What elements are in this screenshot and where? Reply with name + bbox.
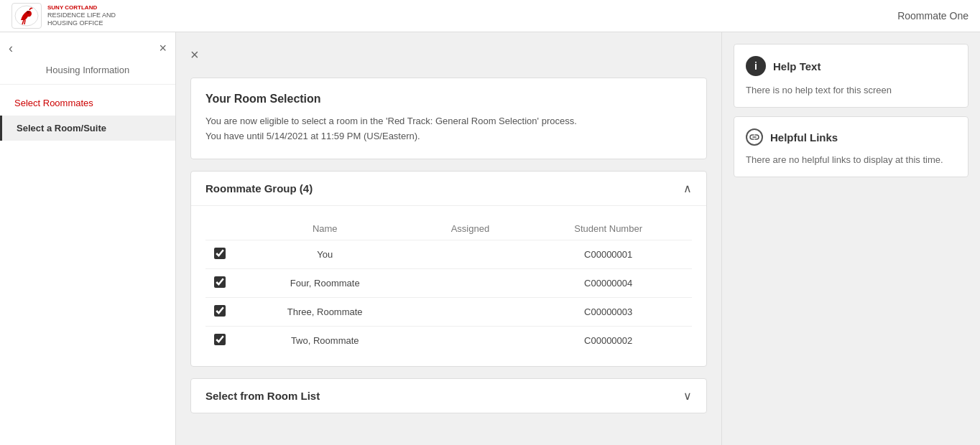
- right-panel: i Help Text There is no help text for th…: [721, 32, 980, 445]
- page-title: Roommate One: [897, 10, 969, 22]
- roommate-assigned: [415, 297, 524, 326]
- table-row: Two, RoommateC00000002: [205, 326, 692, 355]
- col-student-number: Student Number: [524, 217, 692, 240]
- logo-text: SUNY CORTLAND RESIDENCE LIFE AND HOUSING…: [47, 4, 116, 27]
- checkbox-cell: [205, 268, 234, 297]
- checkbox-cell: [205, 326, 234, 355]
- layout: ‹ × Housing Information Select Roommates…: [0, 32, 980, 445]
- roommate-student-number: C00000003: [524, 297, 692, 326]
- select-room-list-title: Select from Room List: [205, 390, 320, 402]
- sidebar-nav: Select Roommates Select a Room/Suite: [0, 85, 175, 146]
- roommate-group-header[interactable]: Roommate Group (4) ∧: [191, 172, 706, 206]
- roommate-group-collapse-icon: ∧: [683, 182, 692, 195]
- room-selection-card: Your Room Selection You are now eligible…: [190, 78, 707, 159]
- roommate-student-number: C00000004: [524, 268, 692, 297]
- logo-area: SUNY CORTLAND RESIDENCE LIFE AND HOUSING…: [11, 3, 116, 29]
- roommate-assigned: [415, 326, 524, 355]
- helpful-links-icon: [746, 128, 763, 146]
- sidebar-close-btn[interactable]: ×: [159, 41, 167, 56]
- col-name: Name: [234, 217, 415, 240]
- col-checkbox: [205, 217, 234, 240]
- helpful-links-body: There are no helpful links to display at…: [746, 154, 956, 165]
- room-selection-line2: You have until 5/14/2021 at 11:59 PM (US…: [205, 129, 692, 144]
- logo-image: [11, 3, 42, 29]
- svg-point-1: [27, 11, 29, 14]
- select-room-list-card: Select from Room List ∨: [190, 378, 707, 413]
- roommate-checkbox-0[interactable]: [214, 248, 226, 259]
- roommate-name: Three, Roommate: [234, 297, 415, 326]
- sidebar-controls: ‹ ×: [0, 38, 175, 62]
- roommate-student-number: C00000002: [524, 326, 692, 355]
- help-text-icon: i: [746, 56, 766, 76]
- helpful-links-header: Helpful Links: [746, 128, 956, 146]
- close-btn-area: ×: [190, 47, 707, 66]
- roommate-checkbox-2[interactable]: [214, 305, 226, 317]
- roommate-name: Two, Roommate: [234, 326, 415, 355]
- sidebar-collapse-btn[interactable]: ‹: [9, 41, 13, 56]
- sidebar-housing-info: Housing Information: [0, 62, 175, 85]
- roommate-name: Four, Roommate: [234, 268, 415, 297]
- roommate-assigned: [415, 240, 524, 268]
- roommate-assigned: [415, 268, 524, 297]
- roommate-checkbox-3[interactable]: [214, 334, 226, 345]
- horse-logo-icon: [14, 4, 40, 27]
- table-row: Four, RoommateC00000004: [205, 268, 692, 297]
- top-bar: SUNY CORTLAND RESIDENCE LIFE AND HOUSING…: [0, 0, 980, 32]
- main-content: × Your Room Selection You are now eligib…: [176, 32, 721, 445]
- room-selection-line1: You are now eligible to select a room in…: [205, 114, 692, 129]
- helpful-links-title: Helpful Links: [770, 131, 838, 144]
- roommate-group-title: Roommate Group (4): [205, 182, 313, 195]
- select-room-list-expand-icon: ∨: [683, 389, 692, 403]
- help-text-title: Help Text: [773, 60, 820, 72]
- roommate-student-number: C00000001: [524, 240, 692, 268]
- sidebar-item-select-roommates[interactable]: Select Roommates: [0, 90, 175, 116]
- roommate-group-body: Name Assigned Student Number YouC0000000…: [191, 206, 706, 366]
- roommate-checkbox-1[interactable]: [214, 276, 226, 288]
- help-text-card: i Help Text There is no help text for th…: [734, 44, 969, 108]
- helpful-links-card: Helpful Links There are no helpful links…: [734, 116, 969, 177]
- room-selection-title: Your Room Selection: [205, 93, 692, 106]
- checkbox-cell: [205, 297, 234, 326]
- checkbox-cell: [205, 240, 234, 268]
- sidebar: ‹ × Housing Information Select Roommates…: [0, 32, 176, 445]
- sidebar-item-select-room[interactable]: Select a Room/Suite: [0, 116, 175, 141]
- help-text-body: There is no help text for this screen: [746, 85, 956, 95]
- roommate-name: You: [234, 240, 415, 268]
- roommate-group-card: Roommate Group (4) ∧ Name Assigned Stude…: [190, 171, 707, 367]
- select-room-list-header[interactable]: Select from Room List ∨: [191, 379, 706, 413]
- roommate-table: Name Assigned Student Number YouC0000000…: [205, 217, 692, 355]
- table-row: YouC00000001: [205, 240, 692, 268]
- close-button[interactable]: ×: [190, 47, 199, 63]
- help-text-header: i Help Text: [746, 56, 956, 76]
- col-assigned: Assigned: [415, 217, 524, 240]
- table-row: Three, RoommateC00000003: [205, 297, 692, 326]
- link-icon: [749, 132, 759, 142]
